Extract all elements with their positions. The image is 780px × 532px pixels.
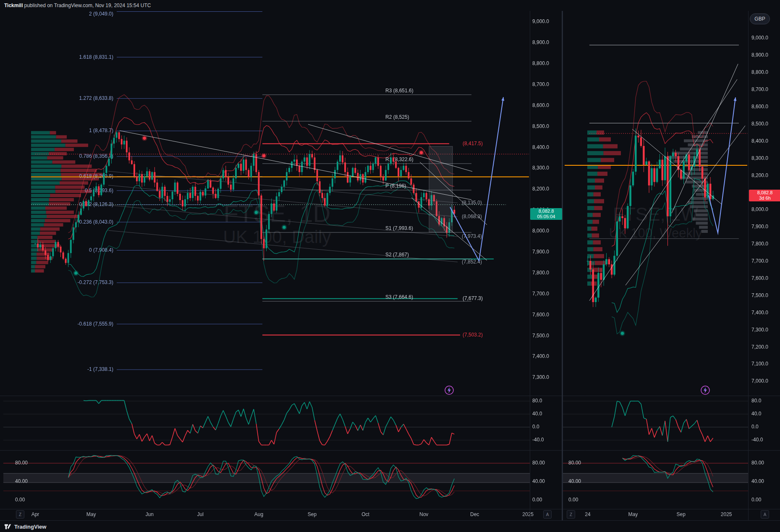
flash-icon[interactable] xyxy=(444,385,454,395)
auto-scale-button-daily[interactable]: A xyxy=(543,510,552,519)
last-price-badge-daily: 8,082.8 05:05:04 xyxy=(530,208,562,220)
chart-canvas[interactable] xyxy=(0,0,780,532)
attribution-bar: Tickmill published on TradingView.com, N… xyxy=(0,0,780,11)
tradingview-logo-icon[interactable] xyxy=(4,523,12,530)
tradingview-screenshot: FTSE, 1D UK 100, Daily FTSE, 1W UK 100, … xyxy=(0,0,780,532)
currency-button[interactable]: GBP xyxy=(750,13,770,24)
publisher-name: Tickmill xyxy=(4,3,23,8)
flash-icon[interactable] xyxy=(700,385,710,395)
tradingview-logo-text[interactable]: TradingView xyxy=(14,524,46,530)
bar-countdown: 05:05:04 xyxy=(532,214,560,219)
last-price: 8,082.8 xyxy=(532,209,560,214)
auto-scale-button-weekly[interactable]: A xyxy=(761,510,769,519)
last-price: 8,082.8 xyxy=(751,190,779,196)
last-price-badge-weekly: 8,082.8 3d 6h xyxy=(749,190,780,201)
footer-bar: TradingView xyxy=(0,520,780,532)
timezone-button-daily[interactable]: Z xyxy=(16,510,24,519)
timezone-button-weekly[interactable]: Z xyxy=(567,510,575,519)
attribution-text: published on TradingView.com, Nov 19, 20… xyxy=(24,3,151,8)
bar-countdown: 3d 6h xyxy=(751,196,779,201)
